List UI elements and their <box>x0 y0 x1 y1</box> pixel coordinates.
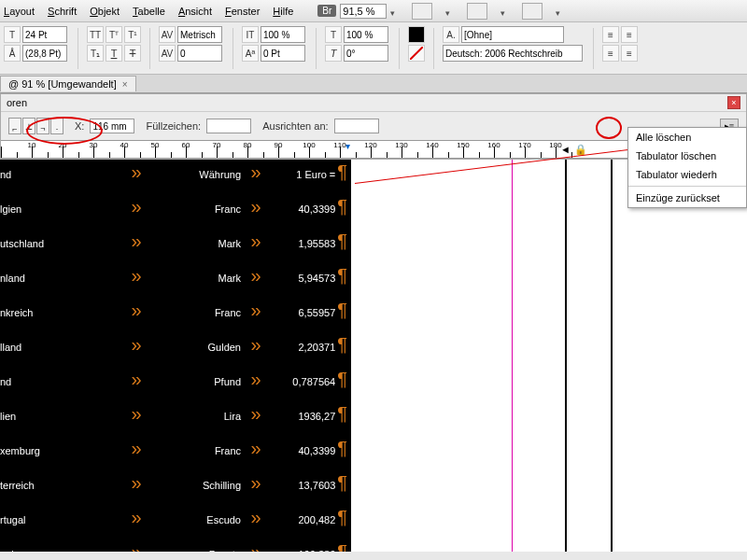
tab-left-align-icon[interactable]: ⌐ <box>8 118 21 134</box>
table-row: lgien»Franc»40,3399¶ <box>0 196 351 231</box>
superscript-icon[interactable]: T¹ <box>124 26 141 43</box>
font-size-input[interactable] <box>22 26 67 43</box>
text-frame[interactable]: nd»Währung»1 Euro =¶lgien»Franc»40,3399¶… <box>0 160 351 552</box>
tab-decimal-align-icon[interactable]: · <box>50 118 63 134</box>
control-toolbar: T Å TT Tᵀ T¹ T₁ T T AV AV <box>0 22 747 75</box>
table-row: xemburg»Franc»40,3399¶ <box>0 438 351 472</box>
fill-color-icon[interactable] <box>408 26 425 43</box>
vscale-input[interactable] <box>261 26 305 43</box>
baseline-icon: Aª <box>242 45 259 62</box>
align-on-label: Ausrichten an: <box>262 120 328 132</box>
align-center-icon[interactable]: ≡ <box>621 26 638 43</box>
char-style-input[interactable] <box>461 26 564 43</box>
smallcaps-icon[interactable]: Tᵀ <box>106 26 122 43</box>
right-indent-marker[interactable]: ◄ <box>560 144 571 155</box>
zoom-dropdown-icon[interactable] <box>390 7 399 15</box>
font-size-icon: T <box>4 26 21 43</box>
menu-schrift[interactable]: Schrift <box>48 6 77 17</box>
strikethrough-icon[interactable]: T <box>124 45 141 62</box>
align-on-input[interactable] <box>334 119 379 133</box>
tab-center-align-icon[interactable]: ┴ <box>22 118 35 134</box>
x-position-label: X: <box>75 120 84 132</box>
lock-icon[interactable]: 🔒 <box>572 141 589 158</box>
underline-icon[interactable]: T <box>106 45 122 62</box>
page-edge <box>565 160 567 552</box>
hscale-input[interactable] <box>344 26 388 43</box>
vscale-icon: IT <box>242 26 259 43</box>
table-row: rtugal»Escudo»200,482¶ <box>0 507 351 541</box>
zoom-input[interactable] <box>340 4 387 19</box>
document-area: nd»Währung»1 Euro =¶lgien»Franc»40,3399¶… <box>0 160 747 552</box>
table-row: anien»Peseta»166,386¶ <box>0 541 351 552</box>
tab-stop-marker[interactable]: ▾ <box>345 141 350 151</box>
fill-char-label: Füllzeichen: <box>146 120 201 132</box>
arrange-icon[interactable] <box>522 3 543 20</box>
menu-tabelle[interactable]: Tabelle <box>133 6 165 17</box>
table-row: lien»Lira»1936,27¶ <box>0 403 351 438</box>
table-row: lland»Gulden»2,20371¶ <box>0 334 351 369</box>
tabs-panel-title: oren <box>7 97 27 108</box>
table-row: nland»Mark»5,94573¶ <box>0 265 351 300</box>
close-tab-icon[interactable]: × <box>122 79 128 90</box>
menu-ansicht[interactable]: Ansicht <box>178 6 212 17</box>
tabs-context-menu: Alle löschen Tabulator löschen Tabulator… <box>627 127 747 208</box>
stroke-color-icon[interactable] <box>408 45 425 62</box>
margin-guide <box>512 160 513 552</box>
table-row: nkreich»Franc»6,55957¶ <box>0 300 351 334</box>
bridge-badge[interactable]: Br <box>317 5 336 17</box>
menu-bar: Layout Schrift Objekt Tabelle Ansicht Fe… <box>0 0 747 22</box>
tracking-icon: AV <box>159 45 176 62</box>
document-tab-title: @ 91 % [Umgewandelt] <box>8 78 117 90</box>
menu-objekt[interactable]: Objekt <box>90 6 120 17</box>
menu-fenster[interactable]: Fenster <box>225 6 260 17</box>
view-mode-icon[interactable] <box>412 3 432 20</box>
tab-align-buttons: ⌐ ┴ ¬ · <box>8 118 63 134</box>
skew-icon: T <box>325 45 342 62</box>
table-row: terreich»Schilling»13,7603¶ <box>0 472 351 507</box>
table-row: utschland»Mark»1,95583¶ <box>0 231 351 265</box>
char-style-icon: A. <box>443 26 459 43</box>
language-input[interactable] <box>443 45 583 62</box>
leading-icon: Å <box>4 45 21 62</box>
spread-edge <box>611 160 613 552</box>
table-row: nd»Währung»1 Euro =¶ <box>0 161 351 196</box>
fill-char-input[interactable] <box>206 119 251 133</box>
skew-input[interactable] <box>344 45 388 62</box>
x-position-input[interactable] <box>90 119 134 133</box>
menu-hilfe[interactable]: Hilfe <box>273 6 293 17</box>
kerning-input[interactable] <box>177 26 222 43</box>
hscale-icon: T <box>325 26 342 43</box>
allcaps-icon[interactable]: TT <box>87 26 104 43</box>
menu-item-repeat-tab[interactable]: Tabulator wiederh <box>628 165 746 184</box>
align-right-icon[interactable]: ≡ <box>602 45 619 62</box>
document-tab-bar: @ 91 % [Umgewandelt] × <box>0 75 747 93</box>
menu-divider <box>628 186 746 187</box>
svg-line-0 <box>410 47 423 60</box>
leading-input[interactable] <box>22 45 67 62</box>
align-justify-icon[interactable]: ≡ <box>621 45 638 62</box>
tab-right-align-icon[interactable]: ¬ <box>36 118 49 134</box>
document-tab[interactable]: @ 91 % [Umgewandelt] × <box>0 76 136 91</box>
menu-layout[interactable]: Layout <box>4 6 35 17</box>
subscript-icon[interactable]: T₁ <box>87 45 104 62</box>
close-panel-icon[interactable]: × <box>727 96 740 109</box>
baseline-input[interactable] <box>261 45 305 62</box>
kerning-icon: AV <box>159 26 176 43</box>
menu-item-delete-tab[interactable]: Tabulator löschen <box>628 147 746 165</box>
menu-item-clear-all[interactable]: Alle löschen <box>628 128 746 147</box>
align-left-icon[interactable]: ≡ <box>602 26 619 43</box>
table-row: nd»Pfund»0,787564¶ <box>0 369 351 403</box>
tracking-input[interactable] <box>177 45 222 62</box>
screen-mode-icon[interactable] <box>467 3 487 20</box>
menu-item-reset-indents[interactable]: Einzüge zurückset <box>628 189 746 207</box>
arrange-dropdown-icon[interactable] <box>556 7 564 15</box>
view-dropdown-icon[interactable] <box>445 7 454 15</box>
screen-dropdown-icon[interactable] <box>500 7 509 15</box>
